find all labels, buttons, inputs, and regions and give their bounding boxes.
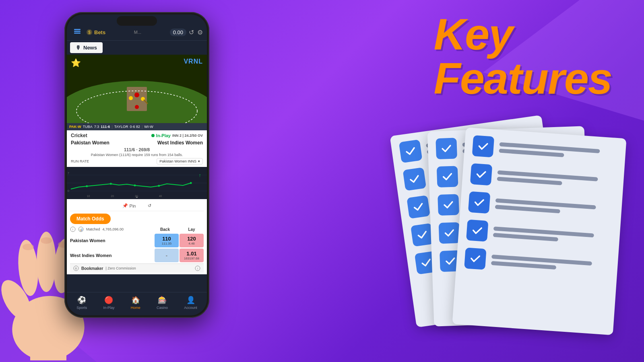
bets-button[interactable]: $ Bets (86, 29, 105, 35)
team1-name: Pakistan Women (71, 140, 109, 146)
menu-icon[interactable] (71, 27, 84, 38)
teams-row: Pakistan Women West Indies Women (71, 140, 203, 146)
team1-lay-odds[interactable]: 120 4.46 (180, 234, 204, 247)
back-header: Back (153, 227, 177, 232)
svg-point-25 (134, 184, 136, 186)
phone-frame: $ Bets M... 0.00 ↺ ⚙ 🎙 News (64, 12, 209, 318)
svg-point-11 (129, 96, 133, 100)
team2-name: West Indies Women (157, 140, 203, 146)
team2-back-odds[interactable]: - (155, 249, 179, 262)
match-header: Cricket In-Play INN 2 | 24.2/50 OV (71, 133, 203, 138)
svg-text:0: 0 (68, 189, 69, 192)
nav-in-play-label: In-Play (103, 306, 114, 310)
checklist-front (452, 128, 626, 335)
settings-icon[interactable]: ⚙ (197, 29, 203, 36)
nav-casino[interactable]: 🎰 Casino (157, 296, 168, 310)
svg-rect-0 (74, 29, 80, 30)
team2-lay-odds[interactable]: 1.01 163197.68 (180, 249, 204, 262)
run-rate-chart: 7 0 10 20 30 40 ↑ (67, 167, 207, 199)
in-play-dot (151, 134, 155, 137)
score2-label: 111-6 (101, 125, 110, 129)
svg-text:7: 7 (68, 172, 69, 175)
betting-section: 📌 Pin ↺ Match Odds i 📊 Matched 4,765,096… (67, 199, 207, 274)
pak-w-label: PAK-W (69, 125, 81, 129)
phone-mockup: $ Bets M... 0.00 ↺ ⚙ 🎙 News (64, 12, 209, 318)
svg-point-44 (23, 244, 34, 250)
nav-account-label: Account (184, 306, 197, 310)
taylor-label: TAYLOR (114, 125, 128, 129)
team1-odds-name: Pakistan Women (70, 238, 155, 243)
mic-icon: 🎙 (76, 45, 81, 51)
nav-in-play[interactable]: 🔴 In-Play (103, 296, 114, 310)
svg-rect-1 (74, 31, 80, 32)
svg-text:$: $ (88, 30, 91, 35)
score1-label: 7:3 (94, 125, 99, 129)
team1-back-odds[interactable]: 110 111.35 (155, 234, 179, 247)
nav-account[interactable]: 👤 Account (184, 296, 197, 310)
casino-icon: 🎰 (158, 296, 167, 304)
score-bar: PAK-W TUBA 7:3 111-6 | TAYLOR 0-6 82 | W… (67, 123, 207, 130)
cricket-label: Cricket (71, 133, 87, 138)
svg-point-24 (110, 183, 112, 185)
info-icon[interactable]: i (195, 265, 200, 271)
svg-text:10: 10 (87, 195, 90, 197)
svg-point-39 (16, 239, 40, 297)
svg-point-26 (158, 185, 160, 187)
svg-point-45 (41, 237, 52, 244)
key-features-heading: Key Features (433, 12, 612, 101)
innings-label: INN 2 | 24.2/50 OV (172, 134, 203, 138)
nav-sports[interactable]: ⚽ Sports (76, 296, 87, 310)
matched-label: Matched (86, 227, 100, 231)
sports-icon: ⚽ (77, 296, 86, 304)
match-odds-button[interactable]: Match Odds (70, 214, 111, 224)
nav-home-label: Home (131, 306, 140, 310)
odds-info-row: i 📊 Matched 4,765,096.00 Back Lay (70, 226, 204, 232)
in-play-badge: In-Play INN 2 | 24.2/50 OV (151, 133, 203, 138)
balance-display: 0.00 (170, 29, 186, 36)
account-icon: 👤 (186, 296, 195, 304)
svg-point-23 (86, 185, 88, 187)
team1-odds-row: Pakistan Women 110 111.35 120 4.46 (70, 234, 204, 247)
home-icon: 🏠 (131, 296, 140, 304)
refresh-icon[interactable]: ↺ (189, 29, 194, 36)
header-icons: ↺ ⚙ (189, 29, 203, 36)
svg-text:📊: 📊 (79, 228, 83, 231)
tuba-label: TUBA (83, 125, 93, 129)
bookmaker-icon: B (73, 265, 79, 271)
team-star-icon: ⭐ (71, 58, 81, 68)
svg-text:i: i (72, 228, 73, 231)
news-tab-label: News (83, 45, 97, 51)
svg-text:↑: ↑ (199, 173, 201, 178)
lay-header: Lay (180, 227, 204, 232)
refresh-odds-button[interactable]: ↺ (148, 203, 151, 208)
expand-chart-icon[interactable]: ⌄ (135, 193, 139, 199)
svg-point-12 (135, 105, 139, 109)
run-rate-label: RUN RATE (71, 159, 89, 163)
vrnl-logo: VRNL (184, 58, 203, 65)
pin-icon: 📌 (122, 203, 128, 208)
bookmaker-label: Bookmaker (81, 266, 103, 271)
checklists-illustration (326, 117, 628, 338)
score3-label: 0-6 82 (130, 125, 140, 129)
phone-notch (117, 16, 157, 26)
nav-home[interactable]: 🏠 Home (131, 296, 140, 310)
pin-button[interactable]: 📌 Pin (122, 203, 136, 208)
svg-point-9 (134, 93, 139, 97)
matched-amount: 4,765,096.00 (103, 227, 124, 231)
in-play-nav-icon: 🔴 (104, 296, 113, 304)
bookmaker-row: B Bookmaker | Zero Commission i (70, 263, 204, 273)
refresh-odds-icon: ↺ (148, 203, 151, 208)
news-tab[interactable]: 🎙 News (70, 42, 103, 53)
zero-commission-label: | Zero Commission (105, 266, 136, 270)
innings-dropdown[interactable]: Pakistan Women INNS ▾ (157, 158, 203, 165)
svg-rect-2 (74, 33, 80, 34)
svg-point-40 (37, 232, 56, 292)
pin-refresh-row: 📌 Pin ↺ (70, 201, 204, 211)
match-description: Pakistan Women (111/6) require 159 runs … (71, 153, 203, 157)
match-section: Cricket In-Play INN 2 | 24.2/50 OV Pakis… (67, 130, 207, 167)
match-score-info: 111/6 · 269/8 (71, 147, 203, 152)
in-play-label: In-Play (156, 133, 171, 138)
header-middle: M... (108, 30, 167, 35)
svg-text:20: 20 (111, 195, 114, 197)
team2-odds-name: West Indies Women (70, 253, 155, 258)
